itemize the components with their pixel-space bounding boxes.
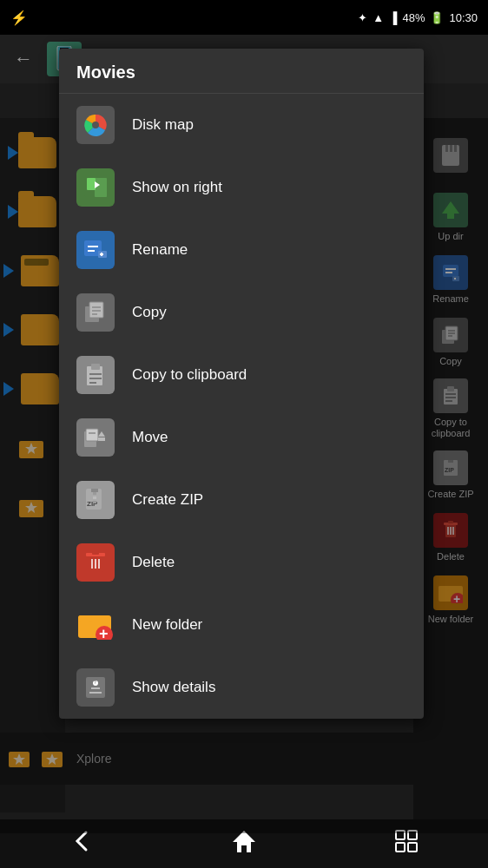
svg-rect-66 [91,364,100,370]
svg-marker-73 [98,431,105,437]
menu-item-new-folder[interactable]: + New folder [59,594,424,656]
move-icon [76,418,115,457]
usb-icon: ⚡ [10,10,28,26]
menu-item-create-zip[interactable]: ZIP Create ZIP [59,469,424,531]
wifi-icon: ▲ [373,11,384,24]
svg-rect-95 [89,692,102,694]
clipboard-icon [76,356,115,394]
rename-label: Rename [132,241,188,259]
svg-rect-74 [98,437,105,441]
menu-item-disk-map[interactable]: Disk map [59,94,424,156]
time-display: 10:30 [449,11,478,24]
dropdown-title: Movies [76,62,135,82]
menu-item-show-on-right[interactable]: Show on right [59,156,424,219]
new-folder-label: New folder [132,616,202,634]
menu-item-copy[interactable]: Copy [59,281,424,344]
copy-to-clipboard-label: Copy to clipboard [132,366,247,384]
status-bar-left: ⚡ [10,10,28,26]
svg-rect-100 [408,843,417,852]
battery-text: 48% [402,11,425,24]
disk-map-label: Disk map [132,116,194,134]
rename-icon [76,231,115,269]
menu-item-show-details[interactable]: ? Show details [59,656,424,719]
zip-icon: ZIP [76,481,115,519]
svg-rect-79 [93,496,96,499]
menu-item-delete[interactable]: Delete [59,531,424,594]
svg-text:?: ? [94,680,96,685]
svg-rect-80 [93,501,96,503]
show-details-label: Show details [132,679,215,696]
dropdown-menu: Movies Disk map [59,49,424,719]
svg-rect-99 [396,843,405,852]
battery-icon: 🔋 [430,11,444,24]
svg-rect-78 [93,492,96,495]
delete-label: Delete [132,554,175,571]
delete-icon [76,543,115,582]
newfolder-icon: + [76,606,115,644]
svg-rect-51 [95,178,107,197]
bluetooth-icon: ✦ [358,11,367,24]
showdetails-icon: ? [76,668,115,707]
svg-rect-52 [87,178,96,190]
menu-item-copy-to-clipboard[interactable]: Copy to clipboard [59,344,424,406]
status-bar: ⚡ ✦ ▲ ▐ 48% 🔋 10:30 [0,0,488,35]
move-label: Move [132,429,168,446]
svg-rect-83 [92,551,99,555]
svg-rect-88 [78,615,92,622]
svg-text:+: + [99,625,109,640]
status-bar-right: ✦ ▲ ▐ 48% 🔋 10:30 [358,11,478,24]
diskmap-icon [76,106,115,144]
dropdown-header: Movies [59,49,424,94]
menu-item-rename[interactable]: Rename [59,219,424,281]
svg-rect-61 [89,302,103,318]
svg-marker-96 [233,831,255,852]
svg-text:ZIP: ZIP [87,500,98,508]
svg-rect-76 [91,489,98,492]
show-on-right-label: Show on right [132,179,222,196]
create-zip-label: Create ZIP [132,491,203,509]
menu-item-move[interactable]: Move [59,406,424,469]
svg-rect-71 [86,429,98,441]
copy-icon [76,293,115,332]
svg-rect-94 [91,687,100,689]
svg-point-49 [92,122,99,128]
signal-icon: ▐ [389,11,397,24]
showright-icon [76,168,115,207]
copy-label: Copy [132,304,167,321]
